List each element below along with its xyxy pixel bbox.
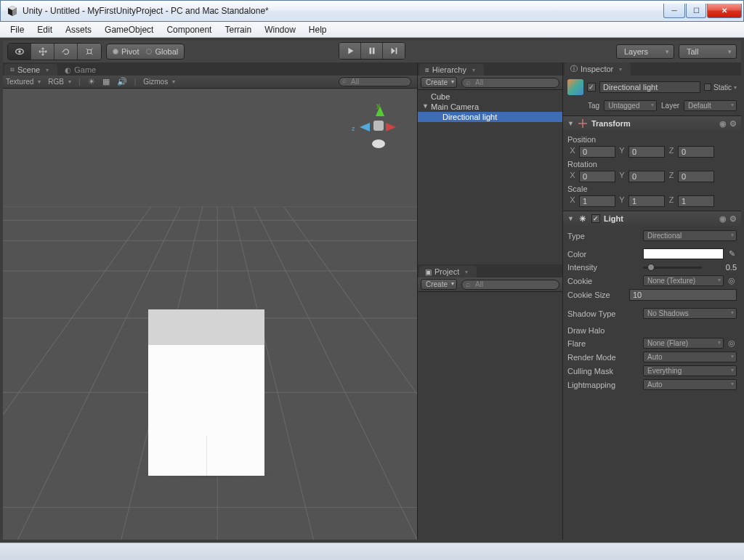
project-header: Create All xyxy=(418,277,562,292)
hierarchy-item-directional-light[interactable]: Directional light xyxy=(418,112,562,122)
renderpath-dropdown[interactable]: RGB xyxy=(48,78,71,86)
project-search[interactable]: All xyxy=(461,280,559,290)
scene-tabbar: ⌗Scene▾ ◐Game xyxy=(3,62,417,76)
cookie-field[interactable]: None (Texture) xyxy=(643,275,724,286)
move-tool-button[interactable] xyxy=(31,44,54,60)
scene-viewport[interactable]: y z xyxy=(3,89,417,540)
intensity-slider[interactable]: 0.5 xyxy=(643,262,737,272)
object-name-field[interactable]: Directional light xyxy=(599,81,700,93)
layers-dropdown[interactable]: Layers xyxy=(616,44,674,59)
svg-rect-8 xyxy=(372,48,374,54)
minimize-button[interactable]: ─ xyxy=(663,4,685,18)
pause-button[interactable] xyxy=(361,43,383,59)
hierarchy-item-cube[interactable]: Cube xyxy=(418,92,562,102)
tab-inspector[interactable]: ⓘInspector▾ xyxy=(565,62,631,76)
hierarchy-tree: Cube ▼Main Camera Directional light xyxy=(418,90,562,264)
eyedropper-icon[interactable]: ✎ xyxy=(727,249,737,259)
gear-icon[interactable]: ⚙ xyxy=(729,214,737,224)
rendermode-dropdown[interactable]: Auto xyxy=(643,352,737,362)
type-dropdown[interactable]: Directional xyxy=(643,230,737,241)
hierarchy-create-button[interactable]: Create xyxy=(421,77,457,88)
position-x-field[interactable] xyxy=(579,146,615,158)
object-picker-icon[interactable]: ◎ xyxy=(727,276,737,286)
play-button[interactable] xyxy=(339,43,361,59)
menu-window[interactable]: Window xyxy=(259,23,302,36)
playback-controls xyxy=(339,42,405,60)
gizmos-dropdown[interactable]: Gizmos xyxy=(143,78,175,86)
static-toggle[interactable]: Static▾ xyxy=(704,84,737,92)
scene-icon: ⌗ xyxy=(10,65,15,74)
shading-dropdown[interactable]: Textured xyxy=(6,78,41,86)
scale-x-field[interactable] xyxy=(579,195,615,207)
svg-point-4 xyxy=(18,50,21,53)
pivot-toggle[interactable]: Pivot Global xyxy=(106,44,185,60)
cookie-label: Cookie xyxy=(567,277,640,285)
hierarchy-search[interactable]: All xyxy=(461,78,559,88)
maximize-button[interactable]: ☐ xyxy=(686,4,706,18)
fold-icon: ▼ xyxy=(567,120,574,127)
rotation-z-field[interactable] xyxy=(678,171,714,182)
gear-icon[interactable]: ⚙ xyxy=(729,119,737,129)
project-create-button[interactable]: Create xyxy=(421,279,457,290)
tab-hierarchy[interactable]: ≡Hierarchy▾ xyxy=(419,64,484,76)
tab-game[interactable]: ◐Game xyxy=(59,64,105,76)
scene-options-bar: Textured RGB | ☀ ▦ 🔊 | Gizmos All xyxy=(3,76,417,89)
scale-y-field[interactable] xyxy=(628,195,665,207)
hand-tool-button[interactable] xyxy=(8,44,31,60)
step-button[interactable] xyxy=(383,43,405,59)
menu-help[interactable]: Help xyxy=(303,23,333,36)
drawhalo-label: Draw Halo xyxy=(567,326,640,335)
rotation-x-field[interactable] xyxy=(579,171,615,182)
rotate-tool-button[interactable] xyxy=(54,44,78,60)
position-z-field[interactable] xyxy=(678,146,714,158)
tab-project[interactable]: ▣Project▾ xyxy=(419,266,477,277)
scene-search[interactable]: All xyxy=(339,77,411,86)
hierarchy-item-main-camera[interactable]: ▼Main Camera xyxy=(418,102,562,112)
layer-dropdown[interactable]: Default xyxy=(684,100,737,111)
svg-marker-6 xyxy=(348,48,353,54)
shadowtype-dropdown[interactable]: No Shadows xyxy=(643,308,737,319)
menu-component[interactable]: Component xyxy=(161,23,217,36)
position-label: Position xyxy=(567,135,626,144)
fold-icon: ▼ xyxy=(567,215,574,222)
lightmapping-dropdown[interactable]: Auto xyxy=(643,379,737,390)
position-y-field[interactable] xyxy=(628,146,665,158)
rendermode-label: Render Mode xyxy=(567,353,640,362)
help-icon[interactable]: ◉ xyxy=(719,119,727,129)
flare-field[interactable]: None (Flare) xyxy=(643,338,724,349)
light-enabled-checkbox[interactable]: ✓ xyxy=(591,214,600,223)
menu-assets[interactable]: Assets xyxy=(60,23,97,36)
menu-gameobject[interactable]: GameObject xyxy=(99,23,159,36)
transform-tools xyxy=(7,43,102,60)
transform-header[interactable]: ▼ Transform ◉⚙ xyxy=(563,116,741,131)
light-component: ▼ ☀ ✓ Light ◉⚙ TypeDirectional Color✎ In… xyxy=(563,211,741,394)
close-button[interactable]: ✕ xyxy=(707,4,742,18)
tag-dropdown[interactable]: Untagged xyxy=(604,100,657,111)
inspector-icon: ⓘ xyxy=(570,64,578,74)
scene-fx-icon[interactable]: ▦ xyxy=(102,77,110,86)
scene-audio-icon[interactable]: 🔊 xyxy=(117,77,127,86)
rotation-y-field[interactable] xyxy=(628,171,665,182)
object-picker-icon[interactable]: ◎ xyxy=(727,338,737,349)
menu-file[interactable]: File xyxy=(4,23,30,36)
color-field[interactable] xyxy=(643,248,724,259)
cookiesize-field[interactable] xyxy=(629,289,737,301)
svg-rect-7 xyxy=(369,48,371,54)
active-checkbox[interactable]: ✓ xyxy=(587,83,596,92)
cube-object xyxy=(146,309,266,476)
scale-z-field[interactable] xyxy=(678,195,714,207)
scale-tool-button[interactable] xyxy=(78,44,101,60)
help-icon[interactable]: ◉ xyxy=(719,214,727,224)
scale-label: Scale xyxy=(567,184,626,193)
cullingmask-dropdown[interactable]: Everything xyxy=(643,365,737,376)
pivot-radio-icon xyxy=(113,49,118,54)
menu-terrain[interactable]: Terrain xyxy=(219,23,257,36)
orientation-gizmo[interactable]: y z xyxy=(356,103,403,154)
scene-light-icon[interactable]: ☀ xyxy=(88,77,95,86)
project-tree xyxy=(418,292,562,540)
layout-dropdown[interactable]: Tall xyxy=(679,44,737,59)
light-header[interactable]: ▼ ☀ ✓ Light ◉⚙ xyxy=(563,211,741,226)
expand-arrow-icon[interactable]: ▼ xyxy=(422,102,429,110)
menu-edit[interactable]: Edit xyxy=(31,23,58,36)
tab-scene[interactable]: ⌗Scene▾ xyxy=(4,64,57,76)
